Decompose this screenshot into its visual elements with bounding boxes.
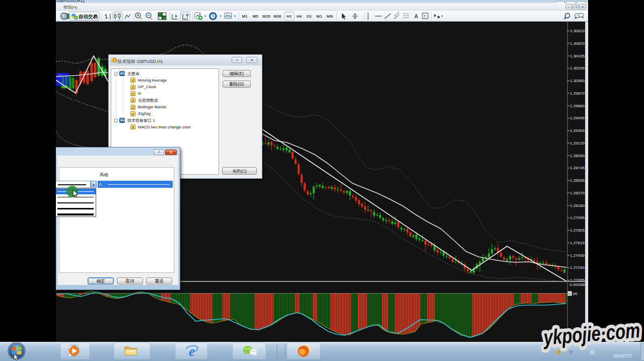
svg-text:T: T [423, 14, 426, 19]
svg-text:A: A [414, 14, 418, 19]
svg-text:1.28370: 1.28370 [570, 191, 585, 195]
svg-text:1.27615: 1.27615 [570, 241, 585, 245]
svg-text:M5: M5 [252, 14, 258, 19]
svg-text:1.30245: 1.30245 [570, 66, 585, 70]
svg-text:1.27805: 1.27805 [570, 228, 585, 233]
svg-text:.00: .00 [572, 292, 577, 296]
svg-text:1.30810: 1.30810 [570, 29, 585, 33]
svg-text:1.28745: 1.28745 [570, 166, 585, 170]
svg-text:1.29495: 1.29495 [570, 116, 585, 120]
svg-text:W1: W1 [316, 14, 323, 19]
svg-text:1.28555: 1.28555 [570, 178, 585, 183]
svg-text:1.29305: 1.29305 [570, 128, 585, 133]
svg-text:M30: M30 [273, 14, 281, 19]
svg-text:D1: D1 [307, 14, 312, 19]
svg-text:0: 0 [568, 292, 570, 296]
svg-text:1.29680: 1.29680 [570, 104, 585, 108]
svg-text:2019/7/7: 2019/7/7 [613, 353, 632, 358]
svg-text:1.28930: 1.28930 [570, 154, 585, 158]
svg-text:1.27430: 1.27430 [570, 253, 585, 258]
svg-text:0.000585: 0.000585 [569, 282, 587, 287]
svg-text:1.29870: 1.29870 [570, 91, 585, 96]
svg-text:1.28180: 1.28180 [570, 203, 585, 208]
svg-text:M15: M15 [262, 14, 270, 19]
svg-text:MN: MN [327, 14, 333, 19]
svg-text:H1: H1 [287, 14, 292, 19]
svg-text:1.27240: 1.27240 [570, 265, 585, 270]
svg-text:M1: M1 [242, 14, 248, 19]
svg-text:H4: H4 [297, 14, 302, 19]
svg-text:1.30435: 1.30435 [570, 54, 585, 58]
svg-text:1.30060: 1.30060 [570, 79, 585, 83]
svg-text:1.29120: 1.29120 [570, 141, 585, 146]
svg-text:1.27995: 1.27995 [570, 215, 585, 220]
svg-text:1.30620: 1.30620 [570, 41, 585, 46]
svg-text:自动交易: 自动交易 [79, 14, 98, 19]
